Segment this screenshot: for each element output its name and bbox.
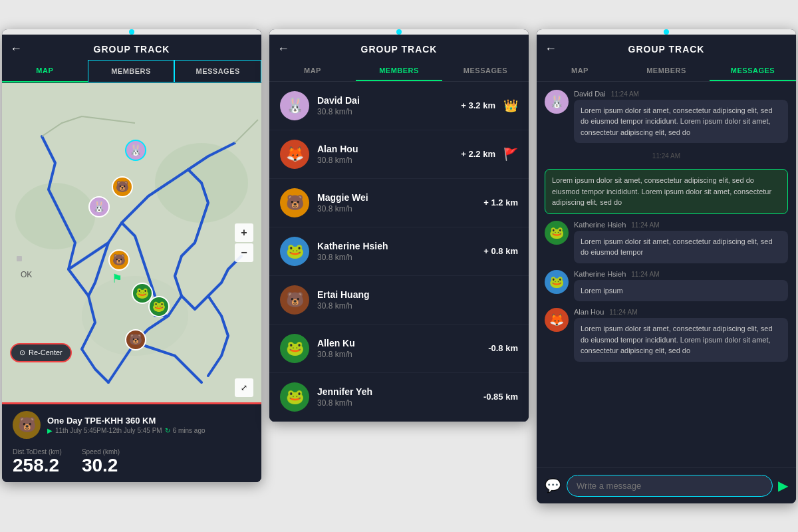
member-info: Alan Hou 30.8 km/h bbox=[317, 144, 453, 165]
tab-members-messages[interactable]: MESSAGES bbox=[442, 60, 529, 81]
member-item[interactable]: 🐸 Katherine Hsieh 30.8 km/h + 0.8 km bbox=[269, 227, 529, 276]
tab-messages-messages[interactable]: MESSAGES bbox=[710, 60, 796, 81]
map-marker-bear: 🐻 bbox=[125, 329, 146, 350]
member-speed: 30.8 km/h bbox=[317, 350, 480, 359]
stat-distance-value: 258.2 bbox=[13, 456, 62, 476]
member-speed: 30.8 km/h bbox=[317, 156, 453, 165]
member-item[interactable]: 🐰 David Dai 30.8 km/h + 3.2 km 👑 bbox=[269, 82, 529, 130]
svg-text:⚑: ⚑ bbox=[112, 272, 122, 285]
member-distance: + 1.2 km bbox=[483, 198, 518, 207]
member-name: Katherine Hsieh bbox=[317, 241, 475, 251]
messages-panel: ← GROUP TRACK MAP MEMBERS MESSAGES 🐰 Dav… bbox=[537, 29, 796, 503]
member-name: Allen Ku bbox=[317, 338, 480, 348]
member-item[interactable]: 🐻 Ertai Huang 30.8 km/h bbox=[269, 276, 529, 325]
message-header: Katherine Hsieh 11:24 AM bbox=[574, 221, 788, 229]
members-panel-title: GROUP TRACK bbox=[361, 44, 438, 55]
tab-map-messages[interactable]: MESSAGES bbox=[174, 60, 261, 82]
stat-distance-label: Dist.ToDest (km) bbox=[13, 448, 62, 456]
tab-map-members[interactable]: MEMBERS bbox=[88, 60, 175, 82]
member-speed: 30.8 km/h bbox=[317, 398, 475, 408]
message-avatar: 🐰 bbox=[545, 90, 569, 114]
tab-members-members[interactable]: MEMBERS bbox=[356, 60, 442, 81]
member-item[interactable]: 🐸 Jennifer Yeh 30.8 km/h -0.85 km bbox=[269, 373, 529, 422]
member-distance: + 0.8 km bbox=[483, 246, 518, 256]
messages-panel-header: ← GROUP TRACK bbox=[537, 35, 796, 60]
emoji-button[interactable]: 💬 bbox=[545, 477, 561, 493]
member-avatar: 🐸 bbox=[280, 237, 309, 266]
zoom-out-button[interactable]: − bbox=[235, 243, 253, 262]
member-name: Maggie Wei bbox=[317, 192, 475, 203]
message-header: Katherine Hsieh 11:24 AM bbox=[574, 270, 788, 278]
messages-area[interactable]: 🐰 David Dai 11:24 AM Lorem ipsum dolor s… bbox=[537, 82, 796, 467]
screens-container: ← GROUP TRACK MAP MEMBERS MESSAGES bbox=[0, 16, 798, 517]
member-distance: + 3.2 km bbox=[461, 100, 495, 110]
message-time: 11:24 AM bbox=[631, 221, 659, 229]
tab-messages-members[interactable]: MEMBERS bbox=[623, 60, 710, 81]
member-name: David Dai bbox=[317, 95, 453, 106]
message-sender: Katherine Hsieh bbox=[574, 270, 626, 278]
message-time: 11:24 AM bbox=[609, 309, 637, 316]
member-speed: 30.8 km/h bbox=[317, 204, 475, 213]
message-header: David Dai 11:24 AM bbox=[574, 90, 788, 98]
ride-title: One Day TPE-KHH 360 KM bbox=[47, 416, 205, 426]
timestamp: 11:24 AM bbox=[545, 150, 788, 162]
ride-info-row: 🐻 One Day TPE-KHH 360 KM ▶ 11th July 5:4… bbox=[13, 411, 251, 439]
ride-details: One Day TPE-KHH 360 KM ▶ 11th July 5:45P… bbox=[47, 416, 205, 434]
messages-tab-bar: MAP MEMBERS MESSAGES bbox=[537, 60, 796, 82]
map-bottom-panel: 🐻 One Day TPE-KHH 360 KM ▶ 11th July 5:4… bbox=[2, 402, 261, 483]
zoom-controls: + − bbox=[235, 223, 253, 262]
map-marker-m: 🐻 bbox=[108, 249, 130, 271]
message-bubble: Lorem ipsum dolor sit amet, consectetur … bbox=[574, 318, 788, 362]
message-avatar: 🐸 bbox=[545, 270, 569, 294]
map-area[interactable]: OK ⚑ 🐰 🐻 🐰 🐻 🐸 🐸 🐻 ⊙ Re-Center + bbox=[2, 83, 261, 402]
message-row: 🐰 David Dai 11:24 AM Lorem ipsum dolor s… bbox=[545, 90, 788, 144]
svg-text:OK: OK bbox=[21, 270, 32, 279]
message-row: Lorem ipsum dolor sit amet, consectetur … bbox=[545, 169, 788, 214]
map-panel-header: ← GROUP TRACK bbox=[2, 35, 261, 60]
message-avatar: 🐸 bbox=[545, 221, 569, 245]
member-distance: + 2.2 km bbox=[461, 149, 495, 159]
back-arrow-map[interactable]: ← bbox=[10, 42, 22, 56]
tab-members-map[interactable]: MAP bbox=[269, 60, 356, 81]
zoom-in-button[interactable]: + bbox=[235, 223, 253, 242]
expand-button[interactable]: ⤢ bbox=[235, 378, 253, 397]
send-button[interactable]: ▶ bbox=[778, 477, 788, 493]
member-item[interactable]: 🦊 Alan Hou 30.8 km/h + 2.2 km 🚩 bbox=[269, 130, 529, 179]
back-arrow-members[interactable]: ← bbox=[277, 42, 289, 56]
members-panel-header: ← GROUP TRACK bbox=[269, 35, 529, 60]
message-input[interactable] bbox=[567, 475, 773, 497]
svg-rect-5 bbox=[17, 256, 22, 261]
re-center-label: Re-Center bbox=[29, 348, 63, 356]
member-item[interactable]: 🐸 Allen Ku 30.8 km/h -0.8 km bbox=[269, 325, 529, 373]
message-row: 🐸 Katherine Hsieh 11:24 AM Lorem ipsum d… bbox=[545, 221, 788, 263]
member-distance: -0.8 km bbox=[488, 343, 518, 353]
re-center-button[interactable]: ⊙ Re-Center bbox=[10, 343, 72, 362]
tab-messages-map[interactable]: MAP bbox=[537, 60, 623, 81]
member-speed: 30.8 km/h bbox=[317, 301, 518, 311]
messages-panel-title: GROUP TRACK bbox=[628, 44, 705, 55]
members-tab-bar: MAP MEMBERS MESSAGES bbox=[269, 60, 529, 82]
tab-map-map[interactable]: MAP bbox=[2, 60, 88, 82]
member-distance: -0.85 km bbox=[483, 392, 518, 402]
ride-avatar: 🐻 bbox=[13, 411, 41, 439]
member-item[interactable]: 🐻 Maggie Wei 30.8 km/h + 1.2 km bbox=[269, 179, 529, 227]
message-header: Alan Hou 11:24 AM bbox=[574, 308, 788, 316]
message-avatar: 🦊 bbox=[545, 308, 569, 332]
message-content: Lorem ipsum dolor sit amet, consectetur … bbox=[545, 169, 788, 214]
message-sender: Katherine Hsieh bbox=[574, 221, 626, 229]
member-info: Ertai Huang 30.8 km/h bbox=[317, 289, 518, 311]
member-name: Ertai Huang bbox=[317, 289, 518, 300]
message-bubble-outgoing: Lorem ipsum dolor sit amet, consectetur … bbox=[545, 169, 788, 214]
connector-dot-messages bbox=[664, 29, 669, 35]
member-avatar: 🐰 bbox=[280, 91, 309, 120]
map-marker-david: 🐰 bbox=[88, 196, 110, 217]
message-content: Katherine Hsieh 11:24 AM Lorem ipsum dol… bbox=[574, 221, 788, 263]
member-avatar: 🦊 bbox=[280, 140, 309, 169]
back-arrow-messages[interactable]: ← bbox=[545, 42, 557, 56]
member-avatar: 🐸 bbox=[280, 334, 309, 363]
map-marker-player: 🐰 bbox=[125, 140, 146, 161]
ride-date: 11th July 5:45PM-12th July 5:45 PM bbox=[55, 427, 162, 434]
message-sender: Alan Hou bbox=[574, 308, 604, 316]
svg-point-1 bbox=[15, 183, 95, 249]
map-marker-allen: 🐸 bbox=[148, 296, 170, 317]
